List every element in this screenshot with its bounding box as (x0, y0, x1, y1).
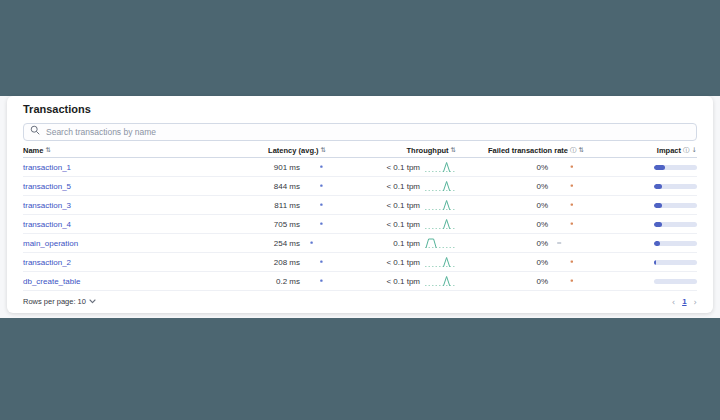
info-icon[interactable]: ⓘ (570, 147, 577, 154)
latency-cell: 0.2 ms (230, 276, 326, 286)
throughput-sparkline (424, 255, 456, 269)
failed-spark-mark (571, 184, 573, 186)
table-row: main_operation 254 ms 0.1 tpm 0% (23, 234, 697, 253)
latency-sparkline (304, 238, 326, 248)
throughput-spark-spike (444, 220, 450, 229)
transaction-link[interactable]: db_create_table (23, 277, 80, 286)
failed-rate-value: 0% (536, 277, 548, 286)
chevron-down-icon (89, 299, 96, 304)
column-header-impact[interactable]: Impact ⓘ ↓ (584, 146, 697, 155)
search-input[interactable] (23, 123, 697, 141)
page-number-button[interactable]: 1 (682, 297, 686, 306)
throughput-spark-spike (444, 163, 450, 172)
failed-rate-sparkline (552, 276, 584, 286)
failed-rate-value: 0% (536, 220, 548, 229)
throughput-value: < 0.1 tpm (386, 277, 420, 286)
impact-bar-fill (654, 222, 662, 227)
table-body: transaction_1 901 ms < 0.1 tpm 0% (23, 158, 697, 291)
info-icon[interactable]: ⓘ (683, 147, 690, 154)
column-header-latency[interactable]: Latency (avg.) ⇅ (230, 146, 326, 155)
throughput-sparkline (424, 160, 456, 174)
failed-rate-cell: 0% (456, 200, 584, 210)
failed-rate-value: 0% (536, 239, 548, 248)
throughput-spark-spike (444, 277, 450, 286)
table-row: transaction_2 208 ms < 0.1 tpm 0% (23, 253, 697, 272)
bottom-background-band (0, 318, 720, 420)
latency-value: 844 ms (274, 182, 300, 191)
impact-cell (584, 222, 697, 227)
latency-spark-dot (311, 242, 313, 244)
previous-page-button[interactable]: ‹ (672, 297, 675, 307)
throughput-cell: < 0.1 tpm (326, 179, 456, 193)
sort-desc-icon[interactable]: ↓ (692, 147, 697, 154)
failed-rate-sparkline (552, 257, 584, 267)
throughput-cell: < 0.1 tpm (326, 274, 456, 288)
latency-sparkline (304, 181, 326, 191)
impact-bar-fill (654, 184, 662, 189)
column-header-name[interactable]: Name ⇅ (23, 146, 230, 155)
failed-rate-sparkline (552, 219, 584, 229)
failed-rate-sparkline (552, 162, 584, 172)
throughput-sparkline (424, 198, 456, 212)
table-header-row: Name ⇅ Latency (avg.) ⇅ Throughput ⇅ Fai… (23, 144, 697, 158)
failed-spark-mark (571, 165, 573, 167)
transaction-link[interactable]: transaction_3 (23, 201, 71, 210)
transaction-link[interactable]: transaction_2 (23, 258, 71, 267)
impact-bar-fill (654, 203, 662, 208)
throughput-sparkline (424, 217, 456, 231)
latency-value: 811 ms (274, 201, 300, 210)
impact-bar (654, 165, 697, 170)
table-row: db_create_table 0.2 ms < 0.1 tpm 0% (23, 272, 697, 291)
next-page-button[interactable]: › (694, 297, 697, 307)
failed-rate-value: 0% (536, 182, 548, 191)
throughput-spark-spike (444, 258, 450, 267)
impact-cell (584, 184, 697, 189)
latency-cell: 901 ms (230, 162, 326, 172)
impact-cell (584, 165, 697, 170)
transaction-name-cell: transaction_2 (23, 258, 230, 267)
impact-cell (584, 260, 697, 265)
transaction-link[interactable]: transaction_1 (23, 163, 71, 172)
failed-rate-cell: 0% (456, 238, 584, 248)
impact-bar (654, 241, 697, 246)
latency-spark-dot (320, 261, 322, 263)
latency-spark-dot (320, 280, 322, 282)
table-footer: Rows per page: 10 ‹ 1 › (23, 291, 697, 312)
latency-sparkline (304, 162, 326, 172)
transaction-link[interactable]: transaction_5 (23, 182, 71, 191)
impact-cell (584, 203, 697, 208)
transaction-link[interactable]: main_operation (23, 239, 78, 248)
throughput-spark-spike (444, 201, 450, 210)
failed-rate-cell: 0% (456, 181, 584, 191)
latency-value: 208 ms (274, 258, 300, 267)
rows-per-page-button[interactable]: Rows per page: 10 (23, 297, 96, 306)
search-icon (30, 125, 40, 135)
failed-rate-value: 0% (536, 258, 548, 267)
failed-rate-cell: 0% (456, 219, 584, 229)
failed-spark-mark (571, 222, 573, 224)
impact-bar (654, 279, 697, 284)
latency-sparkline (304, 276, 326, 286)
throughput-value: 0.1 tpm (393, 239, 420, 248)
latency-sparkline (304, 219, 326, 229)
throughput-sparkline (424, 274, 456, 288)
latency-cell: 705 ms (230, 219, 326, 229)
throughput-cell: < 0.1 tpm (326, 198, 456, 212)
latency-value: 0.2 ms (276, 277, 300, 286)
impact-bar-fill (654, 165, 665, 170)
sort-icon[interactable]: ⇅ (45, 147, 50, 154)
latency-value: 705 ms (274, 220, 300, 229)
throughput-value: < 0.1 tpm (386, 201, 420, 210)
latency-value: 254 ms (274, 239, 300, 248)
throughput-cell: < 0.1 tpm (326, 217, 456, 231)
failed-rate-sparkline (552, 200, 584, 210)
throughput-cell: < 0.1 tpm (326, 255, 456, 269)
column-header-throughput[interactable]: Throughput ⇅ (326, 146, 456, 155)
transaction-link[interactable]: transaction_4 (23, 220, 71, 229)
table-row: transaction_1 901 ms < 0.1 tpm 0% (23, 158, 697, 177)
panel-title: Transactions (23, 104, 697, 115)
column-header-failed-rate[interactable]: Failed transaction rate ⓘ ⇅ (456, 146, 584, 155)
transactions-panel: Transactions Name ⇅ Latency (avg.) ⇅ Thr… (7, 96, 713, 313)
impact-cell (584, 241, 697, 246)
transaction-name-cell: main_operation (23, 239, 230, 248)
